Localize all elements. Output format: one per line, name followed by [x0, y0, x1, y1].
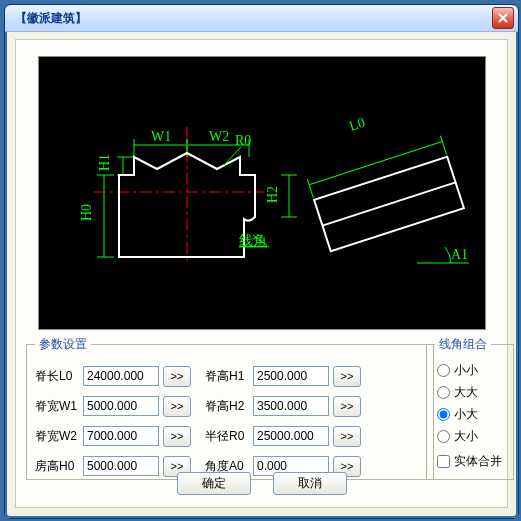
- combo-option: 大大: [454, 384, 478, 401]
- dialog-content: W1 W2 H1 H0 R0 H2 线角: [15, 39, 508, 508]
- combo-radio-0[interactable]: [437, 364, 450, 377]
- param-label: 脊高H2: [205, 398, 253, 415]
- dialog-footer: 确定 取消: [16, 472, 507, 495]
- param-label: 半径R0: [205, 428, 253, 445]
- cad-label-l0: L0: [347, 115, 366, 134]
- param-label: 脊高H1: [205, 368, 253, 385]
- cad-label-h0: H0: [79, 204, 94, 221]
- params-legend: 参数设置: [35, 336, 91, 353]
- svg-line-22: [440, 136, 446, 155]
- cad-label-w2: W2: [209, 129, 229, 144]
- param-label: 脊长L0: [35, 368, 83, 385]
- ok-button[interactable]: 确定: [177, 472, 251, 495]
- combo-option: 小大: [454, 406, 478, 423]
- merge-label: 实体合并: [454, 453, 502, 470]
- combo-radio-3[interactable]: [437, 430, 450, 443]
- svg-line-23: [309, 141, 442, 184]
- close-button[interactable]: [492, 7, 514, 29]
- cad-label-w1: W1: [151, 129, 171, 144]
- cad-label-r0: R0: [235, 133, 251, 148]
- combo-radio-1[interactable]: [437, 386, 450, 399]
- combo-option: 小小: [454, 362, 478, 379]
- ridge-w1-input[interactable]: [83, 396, 159, 416]
- merge-checkbox[interactable]: [437, 455, 450, 468]
- svg-line-20: [322, 182, 455, 225]
- params-group: 参数设置 脊长L0 >> 脊高H1 >> 脊宽W1 >> 脊高H2 >>: [26, 336, 434, 480]
- combo-option: 大小: [454, 428, 478, 445]
- param-row: 脊宽W2 >> 半径R0 >>: [35, 423, 425, 449]
- ridge-w2-input[interactable]: [83, 426, 159, 446]
- cad-label-h1: H1: [97, 154, 112, 171]
- cad-label-a1: A1: [451, 247, 468, 262]
- close-icon: [498, 13, 508, 23]
- combo-radio-2[interactable]: [437, 408, 450, 421]
- cancel-button[interactable]: 取消: [273, 472, 347, 495]
- window-title: 【徽派建筑】: [9, 10, 492, 27]
- spin-button[interactable]: >>: [333, 396, 361, 417]
- dialog-window: 【徽派建筑】: [4, 4, 519, 519]
- svg-line-21: [307, 179, 313, 198]
- combo-group: 线角组合 小小 大大 小大 大小 实体合并: [426, 336, 514, 480]
- param-label: 脊宽W2: [35, 428, 83, 445]
- cad-label-h2: H2: [265, 186, 280, 203]
- cad-preview: W1 W2 H1 H0 R0 H2 线角: [38, 56, 486, 330]
- param-row: 脊长L0 >> 脊高H1 >>: [35, 363, 425, 389]
- ridge-length-input[interactable]: [83, 366, 159, 386]
- ridge-h1-input[interactable]: [253, 366, 329, 386]
- param-label: 脊宽W1: [35, 398, 83, 415]
- spin-button[interactable]: >>: [163, 396, 191, 417]
- combo-legend: 线角组合: [435, 336, 491, 353]
- svg-line-14: [224, 147, 241, 165]
- param-row: 脊宽W1 >> 脊高H2 >>: [35, 393, 425, 419]
- spin-button[interactable]: >>: [333, 366, 361, 387]
- spin-button[interactable]: >>: [333, 426, 361, 447]
- spin-button[interactable]: >>: [163, 366, 191, 387]
- radius-r0-input[interactable]: [253, 426, 329, 446]
- ridge-h2-input[interactable]: [253, 396, 329, 416]
- spin-button[interactable]: >>: [163, 426, 191, 447]
- titlebar: 【徽派建筑】: [5, 5, 518, 32]
